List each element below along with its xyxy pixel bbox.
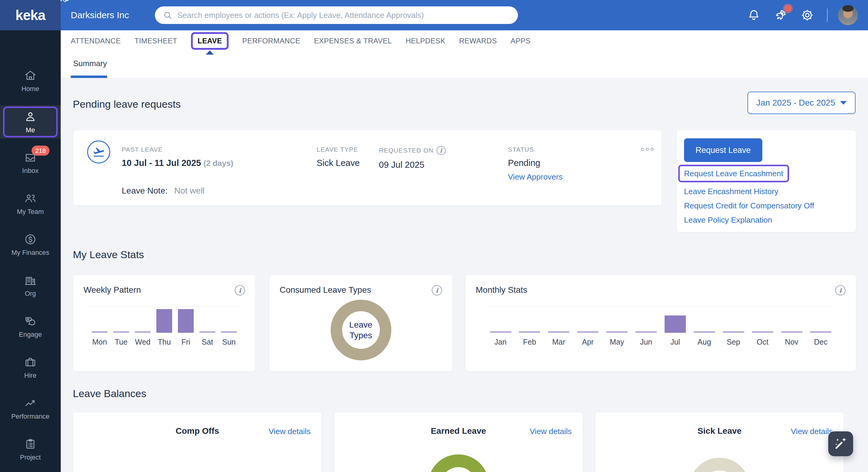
assistant-fab-button[interactable] [828,431,853,456]
bar-wed [135,331,151,333]
bar-sep [723,331,744,333]
request-leave-button[interactable]: Request Leave [684,138,762,162]
sidebar-item-engage[interactable]: Engage [0,311,61,342]
weekly-pattern-chart: Mon Tue Wed Thu Fri Sat Sun [89,306,240,346]
briefcase-icon [24,356,37,369]
bar-jan [490,331,511,333]
requested-on-value: 09 Jul 2025 [379,160,446,170]
request-credit-comp-off-link[interactable]: Request Credit for Compensatory Off [684,201,814,211]
nav-tab-attendance[interactable]: ATTENDANCE [71,37,121,45]
clipboard-icon [24,437,37,451]
leave-encashment-history-link[interactable]: Leave Encashment History [684,186,778,197]
nav-tab-timesheet[interactable]: TIMESHEET [134,37,177,45]
tab-summary[interactable]: Summary [73,59,107,68]
status-label: STATUS [508,146,563,153]
consumed-leave-types-card: Consumed Leave Types Leave Types [269,274,453,372]
keka-logo-text: keka [16,7,45,23]
earned-leave-donut [428,454,489,472]
sidebar-item-project[interactable]: Project [0,434,61,465]
leave-type-avatar [87,140,110,164]
earned-leave-title: Earned Leave [431,426,486,436]
bar-sat [199,331,215,333]
person-icon [24,110,37,124]
info-icon[interactable] [235,285,245,296]
my-leave-stats-title: My Leave Stats [73,249,144,261]
info-icon[interactable] [437,146,446,155]
leave-request-card: PAST LEAVE 10 Jul - 11 Jul 2025 (2 days)… [73,130,662,206]
sidebar-item-inbox[interactable]: 218 Inbox [0,147,61,178]
view-approvers-link[interactable]: View Approvers [508,172,563,182]
leave-type-value: Sick Leave [317,158,360,168]
nav-tab-rewards[interactable]: REWARDS [459,37,497,45]
leave-actions-panel: Request Leave Request Leave Encashment L… [676,130,856,232]
leave-types-donut: Leave Types [331,300,391,360]
sidebar-item-home[interactable]: Home [0,65,61,97]
leave-note-row: Leave Note:Not well [122,186,205,196]
past-leave-label: PAST LEAVE [122,146,234,153]
global-search[interactable] [155,6,518,24]
sidebar-item-my-team[interactable]: My Team [0,188,61,219]
status-column: STATUS Pending View Approvers [508,146,563,182]
more-options-button[interactable] [641,148,654,151]
bar-thu [156,309,172,333]
requested-on-column: REQUESTED ON 09 Jul 2025 [379,146,446,170]
pending-leave-requests-title: Pending leave requests [73,98,181,110]
module-tabs: ATTENDANCE TIMESHEET LEAVE PERFORMANCE E… [61,30,868,52]
active-tab-indicator [206,50,214,55]
nav-tab-expenses-travel[interactable]: EXPENSES & TRAVEL [314,37,392,45]
search-input[interactable] [177,11,510,20]
home-icon [24,69,37,82]
nav-tab-apps[interactable]: APPS [511,37,531,45]
top-bar: keka Darksiders Inc [0,0,868,30]
whats-new-rocket-button[interactable] [774,8,787,22]
past-leave-column: PAST LEAVE 10 Jul - 11 Jul 2025 (2 days) [122,146,234,168]
notifications-bell-button[interactable] [747,8,761,22]
sidebar-item-me[interactable]: Me [0,105,61,139]
bar-jun [636,331,657,333]
keka-logo[interactable]: keka [0,0,61,30]
leave-policy-explanation-link[interactable]: Leave Policy Explanation [684,215,772,225]
trend-icon [24,397,37,410]
sick-leave-donut [689,458,750,472]
settings-gear-button[interactable] [800,8,814,22]
gear-icon [800,8,814,22]
bar-fri [178,309,194,333]
bar-sun [221,331,237,333]
comp-offs-title: Comp Offs [176,426,219,436]
sick-leave-card: Sick Leave View details [595,412,844,472]
avatar[interactable] [838,5,858,25]
keka-leave-summary-page: keka Darksiders Inc Home [0,0,868,472]
sidebar-item-org[interactable]: Org [0,270,61,301]
chevron-down-icon [840,101,847,105]
leave-note-label: Leave Note: [122,186,167,195]
sidebar-item-hire[interactable]: Hire [0,351,61,383]
nav-tab-performance[interactable]: PERFORMANCE [242,37,300,45]
request-leave-encashment-link[interactable]: Request Leave Encashment [678,165,789,182]
info-icon[interactable] [432,285,442,296]
comp-offs-view-details-link[interactable]: View details [269,427,311,436]
sidebar-item-performance[interactable]: Performance [0,393,61,424]
status-value: Pending [508,158,563,168]
bar-oct [752,331,773,333]
inbox-count-badge: 218 [32,145,50,156]
donut-center-label: Leave Types [343,319,379,341]
bar-nov [781,331,802,333]
nav-tab-helpdesk[interactable]: HELPDESK [406,37,445,45]
earned-leave-card: Earned Leave View details [334,412,583,472]
sidebar-item-my-finances[interactable]: My Finances [0,229,61,260]
active-subtab-underline [71,75,107,78]
monthly-stats-chart: Jan Feb Mar Apr May Jun Jul Aug Sep Oct … [486,306,835,346]
top-icon-group [747,0,868,30]
logo-spark-icon [60,0,69,4]
date-range-selector[interactable]: Jan 2025 - Dec 2025 [747,92,856,114]
sidebar: Home Me 218 Inbox My Team My Finances Or… [0,30,61,472]
earned-leave-view-details-link[interactable]: View details [530,427,572,436]
bell-icon [747,8,761,22]
consumed-leave-types-title: Consumed Leave Types [280,285,371,295]
bar-apr [577,331,598,333]
nav-tab-leave[interactable]: LEAVE [191,32,228,50]
monthly-stats-title: Monthly Stats [476,285,527,295]
bar-mar [548,331,569,333]
sick-leave-view-details-link[interactable]: View details [791,427,833,436]
info-icon[interactable] [835,285,845,296]
